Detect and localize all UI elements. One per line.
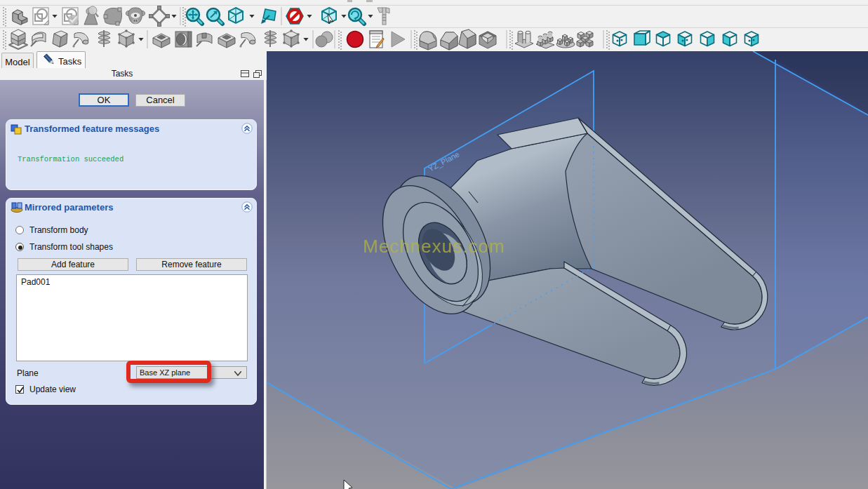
- svg-text:Mechnexus.com: Mechnexus.com: [363, 236, 505, 257]
